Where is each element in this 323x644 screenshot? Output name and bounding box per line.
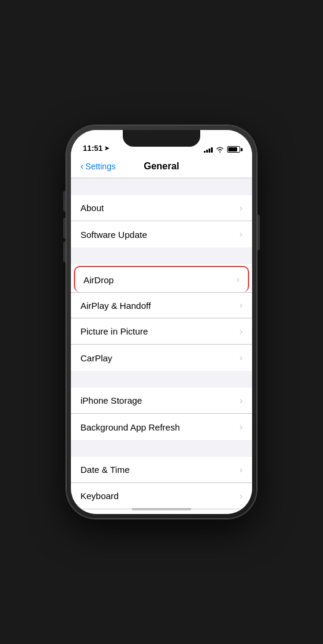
settings-content: About › Software Update › [71,178,252,514]
list-item[interactable]: Software Update › [71,221,252,247]
status-icons [204,146,240,153]
list-item[interactable]: CarPlay › [71,345,252,371]
signal-bars [204,147,213,153]
phone-screen: 11:51 ➤ [71,130,252,514]
list-item[interactable]: iPhone Storage › [71,388,252,414]
row-right-airplay-handoff: › [240,300,243,311]
location-icon: ➤ [104,145,109,151]
chevron-icon: › [240,326,243,337]
back-button[interactable]: ‹ Settings [80,161,116,172]
notch [123,130,200,147]
row-label-date-time: Date & Time [80,465,130,475]
chevron-icon: › [240,422,243,432]
battery-fill [228,147,237,151]
section-gap-2 [71,247,252,264]
chevron-icon: › [240,465,243,475]
battery-icon [227,146,240,153]
row-right-carplay: › [240,352,243,363]
chevron-icon: › [240,300,243,311]
row-right-keyboard: › [240,491,243,501]
list-item[interactable]: Date & Time › [71,457,252,483]
section-2: AirDrop › AirPlay & Handoff › Pi [71,264,252,371]
row-label-picture-in-picture: Picture in Picture [80,326,148,336]
wifi-icon [216,146,224,153]
signal-bar-1 [204,151,206,153]
row-label-software-update: Software Update [80,230,147,240]
row-label-airdrop: AirDrop [83,275,114,285]
time-display: 11:51 [83,144,103,153]
chevron-icon: › [240,229,243,240]
chevron-icon: › [240,491,243,501]
chevron-icon: › [237,274,240,285]
section-1: About › Software Update › [71,195,252,247]
row-right-picture-in-picture: › [240,326,243,337]
row-label-keyboard: Keyboard [80,491,119,501]
row-right-background-app-refresh: › [240,422,243,432]
list-item[interactable]: Picture in Picture › [71,318,252,345]
page-title: General [144,161,179,172]
row-right-about: › [240,203,243,213]
section-gap-1 [71,178,252,195]
list-item[interactable]: AirPlay & Handoff › [71,292,252,318]
row-label-background-app-refresh: Background App Refresh [80,422,180,432]
screen-body: ‹ Settings General About › [71,156,252,514]
chevron-icon: › [240,203,243,213]
list-item[interactable]: AirDrop › [74,266,249,292]
airdrop-row-wrapper: AirDrop › [71,264,252,292]
row-right-software-update: › [240,229,243,240]
row-label-iphone-storage: iPhone Storage [80,395,142,405]
chevron-icon: › [240,352,243,363]
status-time: 11:51 ➤ [83,144,109,153]
back-label: Settings [85,162,116,171]
section-gap-3 [71,371,252,388]
row-label-airplay-handoff: AirPlay & Handoff [80,301,151,311]
signal-bar-3 [209,148,210,153]
phone-frame: 11:51 ➤ [66,125,257,519]
signal-bar-4 [211,147,213,153]
row-right-airdrop: › [237,274,240,285]
list-item[interactable]: About › [71,195,252,221]
list-item[interactable]: Keyboard › [71,483,252,509]
signal-bar-2 [206,150,208,153]
nav-bar: ‹ Settings General [71,156,252,178]
section-4: Date & Time › Keyboard › Fonts [71,457,252,514]
home-indicator[interactable] [132,508,191,510]
chevron-icon: › [240,395,243,406]
row-label-carplay: CarPlay [80,353,112,363]
back-chevron-icon: ‹ [80,161,83,172]
row-right-iphone-storage: › [240,395,243,406]
row-label-about: About [80,203,104,213]
list-item[interactable]: Background App Refresh › [71,414,252,440]
row-right-date-time: › [240,465,243,475]
section-3: iPhone Storage › Background App Refresh … [71,388,252,440]
section-gap-4 [71,440,252,457]
